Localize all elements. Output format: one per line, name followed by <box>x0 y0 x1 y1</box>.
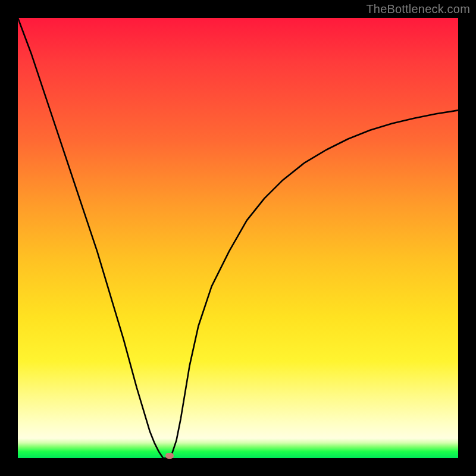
watermark-text: TheBottleneck.com <box>366 2 470 16</box>
bottleneck-curve <box>18 18 458 458</box>
optimum-marker <box>165 453 174 459</box>
chart-frame: TheBottleneck.com <box>0 0 476 476</box>
plot-area <box>18 18 458 458</box>
